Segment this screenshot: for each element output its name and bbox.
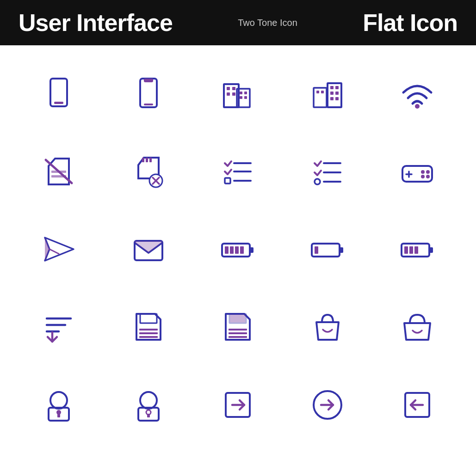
svg-rect-9: [227, 92, 230, 96]
svg-rect-10: [232, 92, 235, 96]
svg-rect-11: [240, 92, 242, 94]
svg-rect-77: [229, 314, 246, 323]
icon-buildings-right: [283, 55, 372, 132]
svg-rect-56: [250, 247, 253, 253]
svg-point-87: [144, 396, 153, 405]
icon-battery-low: [283, 210, 372, 288]
svg-rect-76: [139, 336, 158, 338]
svg-rect-19: [330, 86, 334, 89]
icon-mail: [104, 210, 193, 288]
svg-rect-2: [140, 79, 157, 107]
svg-point-49: [426, 175, 430, 178]
svg-rect-79: [229, 332, 247, 334]
svg-rect-73: [140, 314, 157, 323]
icon-gamepad: [372, 132, 462, 210]
icon-login: [193, 366, 283, 444]
svg-rect-23: [330, 97, 334, 100]
icon-battery-medium: [372, 210, 462, 288]
svg-rect-22: [335, 92, 339, 95]
svg-rect-3: [144, 79, 153, 82]
icon-login-circle: [283, 366, 372, 444]
svg-rect-30: [146, 158, 148, 162]
svg-rect-85: [57, 414, 60, 417]
svg-rect-37: [225, 178, 230, 184]
svg-rect-17: [316, 91, 319, 93]
svg-rect-14: [244, 96, 247, 99]
svg-rect-80: [229, 336, 247, 338]
icon-grid: [0, 45, 476, 453]
svg-rect-4: [144, 104, 153, 105]
icon-floppy-disk-2: [193, 288, 283, 366]
icon-checklist-1: [193, 132, 283, 210]
svg-rect-68: [414, 246, 418, 254]
svg-rect-31: [149, 158, 152, 162]
svg-rect-29: [142, 158, 144, 162]
svg-rect-12: [244, 92, 247, 94]
icon-padlock-1: [14, 366, 104, 444]
svg-point-83: [54, 396, 63, 405]
svg-point-48: [421, 175, 425, 178]
svg-rect-75: [139, 332, 158, 334]
svg-marker-52: [45, 238, 49, 261]
icon-sort-descending: [14, 288, 104, 366]
svg-rect-57: [225, 246, 229, 254]
icon-wifi: [372, 55, 462, 132]
svg-rect-63: [315, 246, 318, 254]
svg-rect-16: [328, 83, 341, 107]
svg-rect-74: [139, 329, 158, 331]
svg-rect-65: [429, 247, 433, 253]
icon-sd-card-slash: [14, 132, 104, 210]
icon-buildings-left: [193, 55, 283, 132]
svg-rect-67: [409, 246, 413, 254]
icon-checklist-2: [283, 132, 372, 210]
svg-rect-66: [404, 246, 408, 254]
svg-rect-62: [340, 247, 343, 253]
header: User Interface Two Tone Icon Flat Icon: [0, 0, 476, 45]
svg-point-46: [421, 170, 425, 174]
header-title-left: User Interface: [19, 9, 173, 37]
icon-logout: [372, 366, 462, 444]
svg-rect-59: [235, 246, 239, 254]
svg-rect-78: [229, 329, 247, 331]
icon-send: [14, 210, 104, 288]
svg-rect-58: [230, 246, 234, 254]
svg-line-51: [49, 249, 59, 254]
svg-point-47: [426, 170, 430, 174]
icon-smartphone-notch: [104, 55, 193, 132]
svg-rect-20: [335, 86, 339, 89]
header-subtitle: Two Tone Icon: [238, 18, 297, 28]
icon-smartphone-outline: [14, 55, 104, 132]
svg-rect-1: [54, 102, 63, 104]
svg-rect-60: [240, 246, 244, 254]
icon-shopping-bag: [283, 288, 372, 366]
svg-rect-18: [321, 91, 324, 93]
svg-line-28: [46, 160, 72, 183]
svg-rect-7: [227, 87, 230, 90]
icon-shopping-basket: [372, 288, 462, 366]
icon-padlock-2: [104, 366, 193, 444]
svg-rect-8: [232, 87, 235, 90]
svg-rect-24: [335, 97, 339, 100]
icon-sd-card-remove: [104, 132, 193, 210]
svg-point-25: [415, 104, 420, 109]
icon-floppy-disk-1: [104, 288, 193, 366]
svg-point-41: [315, 179, 320, 184]
icon-battery-full: [193, 210, 283, 288]
svg-rect-21: [330, 92, 334, 95]
svg-rect-90: [147, 414, 150, 417]
svg-rect-13: [240, 96, 242, 99]
header-title-right: Flat Icon: [363, 9, 457, 37]
svg-rect-15: [314, 88, 327, 107]
